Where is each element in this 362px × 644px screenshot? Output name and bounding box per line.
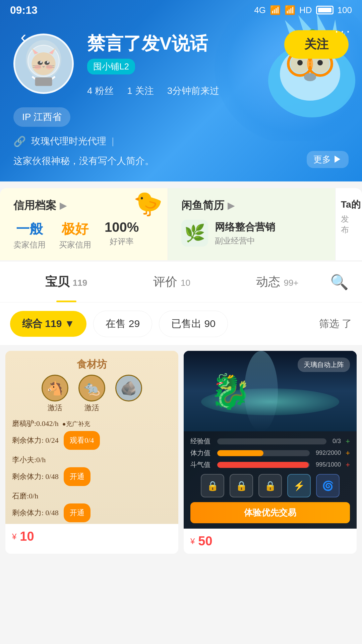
char-3: 🪨 — [115, 375, 142, 413]
buyer-label: 买家信用 — [59, 239, 91, 250]
skill-4[interactable]: ⚡ — [287, 474, 311, 497]
back-button[interactable]: ‹ — [10, 23, 37, 50]
tab-reviews-count: 10 — [181, 278, 190, 288]
stat-row-5: 石磨:0/h — [12, 489, 172, 503]
char-label-2: 激活 — [84, 403, 99, 413]
third-card[interactable]: Ta的 发布 — [335, 188, 362, 260]
skill-1[interactable]: 🔒 — [201, 474, 224, 497]
credit-card[interactable]: 信用档案 ▶ 🐤 一般 卖家信用 极好 买家信用 100% 好评率 — [0, 188, 168, 260]
skill-3[interactable]: 🔒 — [258, 474, 282, 497]
resume-title: 闲鱼简历 — [181, 198, 224, 213]
resume-job-title: 网络整合营销 — [215, 220, 275, 234]
status-time: 09:13 — [10, 4, 38, 16]
resume-card-header: 闲鱼简历 ▶ — [181, 198, 325, 213]
filter-sold-btn[interactable]: 已售出 90 — [159, 311, 228, 337]
svg-point-36 — [46, 65, 53, 69]
level-badge: 囤小铺L2 — [87, 59, 135, 74]
resume-card[interactable]: 闲鱼简历 ▶ 🌿 网络整合营销 副业经营中 — [168, 188, 336, 260]
product-card-2[interactable]: 🐉 天璃自动上阵 经验值 0/3 + — [184, 351, 357, 554]
hd-icon: HD — [299, 5, 312, 15]
buyer-credit: 极好 买家信用 — [59, 220, 91, 250]
products-grid: 食材坊 🐴 激活 🐀 激活 🪨 磨稿驴:0 — [0, 345, 362, 559]
tab-activity-label: 动态 — [256, 275, 280, 288]
credit-arrow: ▶ — [60, 201, 66, 211]
stat-row-1: 磨稿驴:0.042/h ●充广补充 — [12, 416, 172, 431]
skill-row: 🔒 🔒 🔒 ⚡ 🌀 — [190, 474, 350, 497]
stats-row: 4 粉丝 1 关注 3分钟前来过 — [87, 85, 349, 97]
hp-label: 体力值 — [190, 448, 214, 458]
filter-onsale-btn[interactable]: 在售 29 — [93, 311, 152, 337]
svg-point-27 — [40, 61, 42, 63]
username: 禁言了发V说话 — [87, 34, 208, 53]
filter-all-btn[interactable]: 综合 119 ▼ — [10, 311, 86, 337]
char-circle-3: 🪨 — [115, 375, 142, 401]
last-seen: 3分钟前来过 — [167, 85, 220, 97]
stat-row-4: 剩余体力: 0/48 开通 — [12, 467, 172, 486]
more-link[interactable]: 更多 ▶ — [307, 151, 349, 168]
rating-label: 好评率 — [105, 236, 139, 247]
resume-icon-emoji: 🌿 — [184, 223, 205, 243]
svg-rect-34 — [35, 77, 52, 86]
auto-battle-btn[interactable]: 天璃自动上阵 — [298, 358, 350, 372]
fight-bar-row: 斗气值 995/1000 + — [190, 460, 350, 469]
tab-activity-count: 99+ — [284, 278, 298, 288]
exp-bar-bg — [217, 438, 326, 444]
stat-row-2: 剩余体力: 0/24 观看0/4 — [12, 431, 172, 450]
product-card-1[interactable]: 食材坊 🐴 激活 🐀 激活 🪨 磨稿驴:0 — [5, 351, 178, 554]
third-card-sub: 发布 — [341, 214, 357, 235]
price-row-2: ¥ 50 — [190, 534, 350, 548]
cards-section: 信用档案 ▶ 🐤 一般 卖家信用 极好 买家信用 100% 好评率 闲鱼简历 ▶ — [0, 188, 362, 260]
char-2: 🐀 激活 — [78, 375, 105, 413]
tab-products-count: 119 — [73, 278, 87, 288]
game1-title: 食材坊 — [12, 358, 172, 371]
link-icon: 🔗 — [13, 136, 26, 147]
stat-row-3: 李小夫:0/h — [12, 452, 172, 467]
game1-screenshot: 食材坊 🐴 激活 🐀 激活 🪨 磨稿驴:0 — [5, 351, 178, 524]
tab-products[interactable]: 宝贝 119 — [13, 262, 119, 302]
resume-arrow: ▶ — [228, 201, 234, 211]
exp-icon: + — [346, 437, 350, 446]
watch-btn[interactable]: 观看0/4 — [64, 431, 100, 450]
exp-label: 经验值 — [190, 437, 214, 446]
stat-row-6: 剩余体力: 0/48 开通 — [12, 503, 172, 522]
game2-scene: 🐉 天璃自动上阵 — [184, 351, 357, 431]
open-btn-1[interactable]: 开通 — [64, 467, 90, 486]
tab-reviews[interactable]: 评价 10 — [119, 262, 225, 302]
ip-tag: IP 江西省 — [13, 107, 349, 127]
third-card-title: Ta的 — [341, 198, 357, 211]
fans-count: 4 粉丝 — [87, 85, 114, 97]
fight-bar-fill — [217, 462, 309, 468]
resume-icon: 🌿 — [181, 220, 208, 247]
char-1: 🐴 激活 — [42, 375, 68, 413]
fight-label: 斗气值 — [190, 460, 214, 469]
seller-label: 卖家信用 — [13, 239, 46, 250]
char-circle-1: 🐴 — [42, 375, 68, 401]
profile-section: ‹ ··· — [0, 0, 362, 181]
tabs-section: 宝贝 119 评价 10 动态 99+ 🔍 — [0, 262, 362, 303]
product-img-2: 🐉 天璃自动上阵 经验值 0/3 + — [184, 351, 357, 529]
fight-value: 995/1000 — [316, 461, 341, 468]
dino-mascot-icon: 🐤 — [133, 190, 163, 217]
filter-sort-btn[interactable]: 筛选 了 — [319, 317, 352, 331]
tab-search-button[interactable]: 🔍 — [330, 263, 349, 301]
tab-activity[interactable]: 动态 99+ — [225, 262, 330, 302]
skill-2[interactable]: 🔒 — [230, 474, 253, 497]
seller-level: 一般 — [13, 220, 46, 238]
rating: 100% 好评率 — [105, 220, 139, 250]
battery-level: 100 — [338, 5, 352, 15]
open-btn-2[interactable]: 开通 — [64, 503, 90, 522]
svg-point-28 — [47, 61, 49, 63]
bio-text-row: 这家伙很神秘，没有写个人简介。 更多 ▶ — [13, 151, 349, 168]
skill-5[interactable]: 🌀 — [316, 474, 340, 497]
hp-value: 992/2000 — [316, 449, 341, 457]
resume-text-block: 网络整合营销 副业经营中 — [215, 220, 275, 246]
signal-icon-2: 📶 — [285, 5, 295, 15]
profile-info: 禁言了发V说话 囤小铺L2 关注 4 粉丝 1 关注 3分钟前来过 — [87, 34, 349, 97]
more-button[interactable]: ··· — [335, 23, 352, 39]
seller-credit: 一般 卖家信用 — [13, 220, 46, 250]
light-beam — [244, 351, 278, 431]
battle-action-btn[interactable]: 体验优先交易 — [190, 502, 350, 523]
game2-screenshot: 🐉 天璃自动上阵 经验值 0/3 + — [184, 351, 357, 529]
resume-content: 🌿 网络整合营销 副业经营中 — [181, 220, 325, 247]
tab-reviews-label: 评价 — [153, 275, 177, 288]
